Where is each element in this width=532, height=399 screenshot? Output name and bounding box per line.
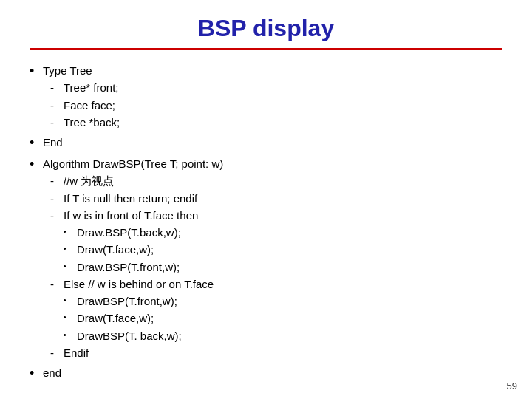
bullet-content: Algorithm DrawBSP(Tree T; point: w) - //… bbox=[43, 155, 502, 361]
page: BSP display • Type Tree - Tree* front; -… bbox=[0, 0, 532, 399]
dash-icon: - bbox=[50, 79, 64, 96]
sub-line: - Else // w is behind or on T.face bbox=[50, 276, 502, 293]
main-list: • Type Tree - Tree* front; - Face face; … bbox=[30, 62, 502, 383]
dash-icon: - bbox=[50, 276, 64, 293]
sub-bullet-icon: • bbox=[64, 243, 77, 255]
sub-bullet-icon: • bbox=[64, 330, 77, 341]
sub-item-1: Tree* front; bbox=[64, 79, 118, 96]
algorithm-label: Algorithm DrawBSP(Tree T; point: w) bbox=[43, 157, 223, 170]
sub-line: - Tree* front; bbox=[50, 79, 502, 96]
type-tree-label: Type Tree bbox=[43, 64, 92, 77]
draw-back-2: DrawBSP(T. back,w); bbox=[77, 327, 182, 344]
dash-icon: - bbox=[50, 114, 64, 131]
dash-icon: - bbox=[50, 344, 64, 361]
draw-front-1: Draw.BSP(T.front,w); bbox=[77, 259, 180, 276]
bullet-content: End bbox=[43, 134, 502, 151]
end-final-label: end bbox=[43, 366, 61, 379]
if-front: If w is in front of T.face then bbox=[64, 207, 198, 224]
sub-bullet-icon: • bbox=[64, 312, 77, 324]
list-item: • End bbox=[30, 134, 502, 152]
bullet-content: Type Tree - Tree* front; - Face face; - … bbox=[43, 62, 502, 131]
draw-back-1: Draw.BSP(T.back,w); bbox=[77, 224, 181, 241]
bullet-icon: • bbox=[30, 62, 43, 81]
sub-line: - Face face; bbox=[50, 97, 502, 114]
dash-icon: - bbox=[50, 172, 64, 189]
draw-face-1: Draw(T.face,w); bbox=[77, 241, 154, 258]
bullet-content: end bbox=[43, 364, 502, 381]
sub-sub-line: • Draw.BSP(T.front,w); bbox=[64, 259, 502, 276]
comment-w: //w 为视点 bbox=[64, 172, 114, 189]
bullet-icon: • bbox=[30, 364, 43, 383]
sub-line: - //w 为视点 bbox=[50, 172, 502, 189]
sub-line: - If T is null then return; endif bbox=[50, 190, 502, 207]
sub-bullet-icon: • bbox=[64, 226, 77, 238]
draw-face-2: Draw(T.face,w); bbox=[77, 310, 154, 327]
sub-sub-line: • DrawBSP(T.front,w); bbox=[64, 293, 502, 310]
list-item: • Algorithm DrawBSP(Tree T; point: w) - … bbox=[30, 155, 502, 361]
sub-line: - Tree *back; bbox=[50, 114, 502, 131]
sub-sub-line: • Draw(T.face,w); bbox=[64, 310, 502, 327]
sub-bullet-icon: • bbox=[64, 261, 77, 273]
sub-sub-line: • Draw.BSP(T.back,w); bbox=[64, 224, 502, 241]
end-label: End bbox=[43, 136, 63, 149]
bullet-icon: • bbox=[30, 155, 43, 174]
bullet-icon: • bbox=[30, 134, 43, 152]
draw-front-2: DrawBSP(T.front,w); bbox=[77, 293, 177, 310]
else-label: Else // w is behind or on T.face bbox=[64, 276, 214, 293]
list-item: • Type Tree - Tree* front; - Face face; … bbox=[30, 62, 502, 131]
if-null: If T is null then return; endif bbox=[64, 190, 197, 207]
sub-line: - Endif bbox=[50, 344, 502, 361]
content-area: • Type Tree - Tree* front; - Face face; … bbox=[30, 62, 502, 383]
sub-bullet-icon: • bbox=[64, 295, 77, 307]
sub-item-3: Tree *back; bbox=[64, 114, 120, 131]
page-number: 59 bbox=[507, 381, 517, 392]
dash-icon: - bbox=[50, 97, 64, 114]
dash-icon: - bbox=[50, 207, 64, 224]
sub-line: - If w is in front of T.face then bbox=[50, 207, 502, 224]
sub-sub-line: • DrawBSP(T. back,w); bbox=[64, 327, 502, 344]
sub-sub-line: • Draw(T.face,w); bbox=[64, 241, 502, 258]
divider bbox=[30, 48, 502, 50]
endif-label: Endif bbox=[64, 344, 89, 361]
dash-icon: - bbox=[50, 190, 64, 207]
page-title: BSP display bbox=[30, 15, 502, 42]
list-item: • end bbox=[30, 364, 502, 383]
sub-item-2: Face face; bbox=[64, 97, 115, 114]
